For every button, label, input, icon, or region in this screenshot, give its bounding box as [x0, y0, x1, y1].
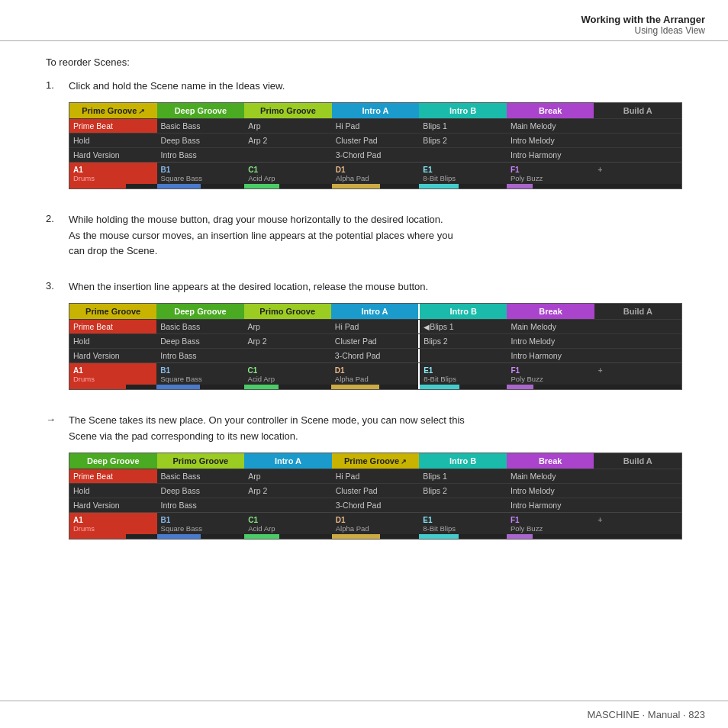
arr2-r2c3: Arp 2: [244, 334, 331, 348]
arr2-r1c5: ◀Blips 1: [418, 320, 507, 333]
arr3-pad-E1: E1 8-Bit Blips: [419, 513, 507, 534]
arranger-2-row-3: Hard Version Intro Bass 3-Chord Pad Intr…: [69, 348, 681, 362]
arr1-r1c7: [594, 119, 681, 133]
arr3-r1c5: Blips 1: [419, 469, 507, 483]
arr3-r2c4: Cluster Pad: [332, 484, 420, 498]
arr3-r2c1: Hold: [69, 484, 157, 498]
arr1-r1c3: Arp: [244, 119, 332, 133]
step-2-num: 2.: [46, 212, 61, 267]
arr1-r3c6: Intro Harmony: [507, 148, 594, 162]
arr3-r1c7: [594, 469, 681, 483]
arr1-r2c7: [594, 134, 681, 147]
arr2-r2c2: Deep Bass: [156, 334, 243, 348]
arr1-r2c4: Cluster Pad: [332, 134, 420, 147]
arr2-pad-F1: F1 Poly Buzz: [507, 363, 594, 385]
arranger-3-row-2: Hold Deep Bass Arp 2 Cluster Pad Blips 2…: [69, 483, 681, 498]
step-1-num: 1.: [46, 79, 61, 200]
arr3-r3c4: 3-Chord Pad: [332, 498, 420, 512]
arr1-pad-F1: F1 Poly Buzz: [507, 163, 594, 184]
arr1-col-4: Intro A: [332, 103, 420, 118]
arr2-r3c4: 3-Chord Pad: [331, 349, 418, 362]
arr1-r2c2: Deep Bass: [157, 134, 245, 147]
arr1-r1c6: Main Melody: [507, 119, 594, 133]
arr3-r3c7: [594, 498, 681, 512]
arranger-1-pads: A1 Drums B1 Square Bass C1 Acid Arp D1 A…: [69, 162, 681, 184]
arr1-r1c5: Blips 1: [419, 119, 507, 133]
arr1-col-5: Intro B: [419, 103, 507, 118]
arr3-r3c2: Intro Bass: [157, 498, 245, 512]
arr3-r2c3: Arp 2: [244, 484, 332, 498]
arr2-pad-C1: C1 Acid Arp: [244, 363, 331, 385]
arr1-r1c2: Basic Bass: [157, 119, 245, 133]
arr2-r1c1: Prime Beat: [69, 320, 156, 333]
step-1: 1. Click and hold the Scene name in the …: [46, 79, 682, 200]
section-title: Using Ideas View: [23, 25, 705, 36]
arr2-r1c4: Hi Pad: [331, 320, 418, 333]
arrow-text: The Scene takes its new place. On your c…: [69, 413, 682, 445]
arr3-r3c5: [419, 498, 507, 512]
arr1-r2c1: Hold: [69, 134, 157, 147]
arr3-r1c6: Main Melody: [507, 469, 594, 483]
arrow-step: → The Scene takes its new place. On your…: [46, 413, 682, 550]
arr2-col-5: Intro B: [418, 304, 507, 319]
arr2-r3c5: [418, 349, 507, 362]
arr1-col-1: Prime Groove↗: [69, 103, 157, 118]
step-2: 2. While holding the mouse button, drag …: [46, 212, 682, 267]
arranger-3-progress: [69, 534, 681, 539]
arr2-col-1: Prime Groove: [69, 304, 156, 319]
arr3-r3c1: Hard Version: [69, 498, 157, 512]
arr2-pad-D1: D1 Alpha Pad: [331, 363, 418, 385]
arr3-col-1: Deep Groove: [69, 453, 157, 469]
step-1-text: Click and hold the Scene name in the Ide…: [69, 79, 682, 95]
arranger-2-header: Prime Groove Deep Groove Primo Groove In…: [69, 304, 681, 319]
arr1-col-7: Build A: [594, 103, 681, 118]
arranger-2-row-1: Prime Beat Basic Bass Arp Hi Pad ◀Blips …: [69, 319, 681, 333]
arranger-1: Prime Groove↗ Deep Groove Primo Groove I…: [69, 102, 682, 189]
arr1-col-2: Deep Groove: [157, 103, 245, 118]
arr2-r3c7: [594, 349, 681, 362]
arr2-r3c2: Intro Bass: [156, 349, 243, 362]
arr1-r1c1: Prime Beat: [69, 119, 157, 133]
arr3-r2c5: Blips 2: [419, 484, 507, 498]
arr3-r2c6: Intro Melody: [507, 484, 594, 498]
arr3-r1c3: Arp: [244, 469, 332, 483]
page-header: Working with the Arranger Using Ideas Vi…: [0, 0, 728, 41]
arranger-2-pads: A1 Drums B1 Square Bass C1 Acid Arp D1 A…: [69, 362, 681, 385]
arr1-pad-plus: +: [594, 163, 681, 184]
arr2-pad-A1: A1 Drums: [69, 363, 156, 385]
step-2-text: While holding the mouse button, drag you…: [69, 212, 682, 259]
arranger-1-header: Prime Groove↗ Deep Groove Primo Groove I…: [69, 103, 681, 118]
arr2-r1c7: [594, 320, 681, 333]
arr2-r3c3: [244, 349, 331, 362]
arr3-col-5: Intro B: [419, 453, 507, 469]
arr2-col-2: Deep Groove: [156, 304, 243, 319]
arrow-content: The Scene takes its new place. On your c…: [69, 413, 682, 550]
step-2-content: While holding the mouse button, drag you…: [69, 212, 682, 267]
arr2-col-4: Intro A: [331, 304, 418, 319]
chapter-title: Working with the Arranger: [23, 14, 705, 25]
arr1-r3c3: [244, 148, 332, 162]
arr1-r3c7: [594, 148, 681, 162]
arr1-pad-A1: A1 Drums: [69, 163, 157, 184]
arranger-3: Deep Groove Primo Groove Intro A Prime G…: [69, 453, 682, 540]
arranger-1-row-1: Prime Beat Basic Bass Arp Hi Pad Blips 1…: [69, 118, 681, 133]
arr3-r1c1: Prime Beat: [69, 469, 157, 483]
arr3-r3c6: Intro Harmony: [507, 498, 594, 512]
arr3-col-2: Primo Groove: [157, 453, 245, 469]
arr3-pad-C1: C1 Acid Arp: [244, 513, 332, 534]
arr1-r3c5: [419, 148, 507, 162]
arr1-pad-B1: B1 Square Bass: [157, 163, 245, 184]
arr2-col-7: Build A: [594, 304, 681, 319]
main-content: To reorder Scenes: 1. Click and hold the…: [0, 41, 728, 604]
arr1-r1c4: Hi Pad: [332, 119, 420, 133]
arranger-2-progress: [69, 385, 681, 389]
arr2-pad-B1: B1 Square Bass: [156, 363, 243, 385]
arr2-r1c2: Basic Bass: [156, 320, 243, 333]
arr3-pad-D1: D1 Alpha Pad: [332, 513, 420, 534]
page-number: MASCHINE · Manual · 823: [587, 709, 705, 720]
arr3-col-3: Intro A: [244, 453, 332, 469]
step-3-num: 3.: [46, 279, 61, 401]
arr1-col-3: Primo Groove: [244, 103, 332, 118]
arr2-pad-E1: E1 8-Bit Blips: [418, 363, 507, 385]
arr1-r2c5: Blips 2: [419, 134, 507, 147]
